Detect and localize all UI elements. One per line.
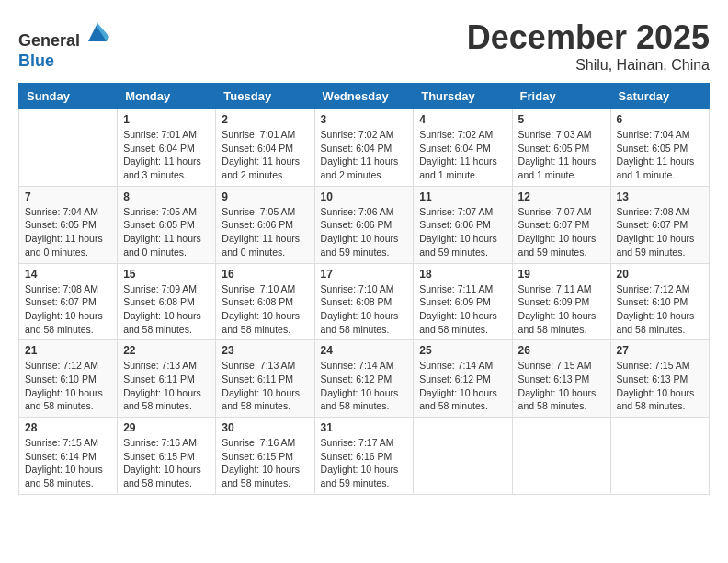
day-number: 2 (222, 113, 308, 126)
day-info: Sunrise: 7:02 AM Sunset: 6:04 PM Dayligh… (419, 128, 506, 182)
calendar-cell: 21Sunrise: 7:12 AM Sunset: 6:10 PM Dayli… (19, 340, 118, 418)
day-info: Sunrise: 7:04 AM Sunset: 6:05 PM Dayligh… (25, 205, 111, 259)
col-header-sunday: Sunday (19, 84, 118, 109)
calendar-cell: 27Sunrise: 7:15 AM Sunset: 6:13 PM Dayli… (610, 340, 709, 418)
day-number: 6 (617, 113, 703, 126)
day-number: 12 (518, 190, 605, 203)
day-info: Sunrise: 7:05 AM Sunset: 6:05 PM Dayligh… (123, 205, 210, 259)
day-number: 18 (419, 268, 506, 281)
day-info: Sunrise: 7:09 AM Sunset: 6:08 PM Dayligh… (123, 282, 210, 337)
calendar-cell: 24Sunrise: 7:14 AM Sunset: 6:12 PM Dayli… (314, 340, 414, 418)
location: Shilu, Hainan, China (467, 57, 710, 74)
day-info: Sunrise: 7:11 AM Sunset: 6:09 PM Dayligh… (419, 282, 506, 337)
day-number: 16 (222, 268, 308, 281)
day-info: Sunrise: 7:11 AM Sunset: 6:09 PM Dayligh… (518, 282, 605, 337)
day-number: 5 (518, 113, 605, 126)
col-header-thursday: Thursday (414, 84, 512, 109)
calendar-cell: 11Sunrise: 7:07 AM Sunset: 6:06 PM Dayli… (414, 186, 512, 263)
calendar-week-1: 1Sunrise: 7:01 AM Sunset: 6:04 PM Daylig… (19, 109, 710, 187)
day-number: 3 (321, 113, 408, 126)
day-number: 8 (123, 190, 210, 203)
day-info: Sunrise: 7:13 AM Sunset: 6:11 PM Dayligh… (222, 359, 308, 413)
calendar-week-5: 28Sunrise: 7:15 AM Sunset: 6:14 PM Dayli… (19, 418, 710, 495)
calendar-cell (414, 418, 512, 495)
calendar-cell: 6Sunrise: 7:04 AM Sunset: 6:05 PM Daylig… (610, 109, 709, 187)
day-number: 20 (617, 268, 703, 281)
day-info: Sunrise: 7:15 AM Sunset: 6:13 PM Dayligh… (617, 359, 703, 413)
logo-general: General (18, 31, 80, 50)
day-info: Sunrise: 7:14 AM Sunset: 6:12 PM Dayligh… (419, 359, 506, 413)
day-number: 21 (25, 344, 111, 357)
calendar-week-3: 14Sunrise: 7:08 AM Sunset: 6:07 PM Dayli… (19, 263, 710, 340)
calendar-cell: 25Sunrise: 7:14 AM Sunset: 6:12 PM Dayli… (414, 340, 512, 418)
day-number: 19 (518, 268, 605, 281)
calendar-cell: 23Sunrise: 7:13 AM Sunset: 6:11 PM Dayli… (216, 340, 314, 418)
calendar-cell: 7Sunrise: 7:04 AM Sunset: 6:05 PM Daylig… (19, 186, 118, 263)
calendar-cell: 30Sunrise: 7:16 AM Sunset: 6:15 PM Dayli… (216, 418, 314, 495)
day-info: Sunrise: 7:17 AM Sunset: 6:16 PM Dayligh… (321, 436, 408, 490)
day-info: Sunrise: 7:12 AM Sunset: 6:10 PM Dayligh… (617, 282, 703, 337)
calendar-cell: 4Sunrise: 7:02 AM Sunset: 6:04 PM Daylig… (414, 109, 512, 187)
logo-icon (84, 18, 111, 46)
day-info: Sunrise: 7:05 AM Sunset: 6:06 PM Dayligh… (222, 205, 308, 259)
calendar-cell: 14Sunrise: 7:08 AM Sunset: 6:07 PM Dayli… (19, 263, 118, 340)
calendar-cell: 5Sunrise: 7:03 AM Sunset: 6:05 PM Daylig… (512, 109, 610, 187)
day-info: Sunrise: 7:16 AM Sunset: 6:15 PM Dayligh… (222, 436, 308, 490)
calendar-cell: 17Sunrise: 7:10 AM Sunset: 6:08 PM Dayli… (314, 263, 414, 340)
day-number: 27 (617, 344, 703, 357)
day-info: Sunrise: 7:10 AM Sunset: 6:08 PM Dayligh… (222, 282, 308, 337)
col-header-friday: Friday (512, 84, 610, 109)
day-number: 14 (25, 268, 111, 281)
calendar-header-row: SundayMondayTuesdayWednesdayThursdayFrid… (19, 84, 710, 109)
calendar-cell: 16Sunrise: 7:10 AM Sunset: 6:08 PM Dayli… (216, 263, 314, 340)
day-number: 9 (222, 190, 308, 203)
day-number: 1 (123, 113, 210, 126)
logo: General Blue (18, 18, 111, 71)
calendar-cell: 22Sunrise: 7:13 AM Sunset: 6:11 PM Dayli… (118, 340, 216, 418)
day-number: 31 (321, 421, 408, 434)
day-info: Sunrise: 7:12 AM Sunset: 6:10 PM Dayligh… (25, 359, 111, 413)
day-number: 7 (25, 190, 111, 203)
day-number: 15 (123, 268, 210, 281)
title-block: December 2025 Shilu, Hainan, China (467, 18, 710, 74)
day-info: Sunrise: 7:03 AM Sunset: 6:05 PM Dayligh… (518, 128, 605, 182)
calendar-table: SundayMondayTuesdayWednesdayThursdayFrid… (18, 83, 710, 495)
calendar-cell: 13Sunrise: 7:08 AM Sunset: 6:07 PM Dayli… (610, 186, 709, 263)
calendar-cell (512, 418, 610, 495)
logo-blue: Blue (18, 52, 54, 70)
day-number: 17 (321, 268, 408, 281)
calendar-cell: 31Sunrise: 7:17 AM Sunset: 6:16 PM Dayli… (314, 418, 414, 495)
day-number: 26 (518, 344, 605, 357)
col-header-monday: Monday (118, 84, 216, 109)
calendar-cell: 19Sunrise: 7:11 AM Sunset: 6:09 PM Dayli… (512, 263, 610, 340)
calendar-cell: 28Sunrise: 7:15 AM Sunset: 6:14 PM Dayli… (19, 418, 118, 495)
day-info: Sunrise: 7:08 AM Sunset: 6:07 PM Dayligh… (25, 282, 111, 337)
day-info: Sunrise: 7:01 AM Sunset: 6:04 PM Dayligh… (222, 128, 308, 182)
calendar-cell (610, 418, 709, 495)
day-number: 25 (419, 344, 506, 357)
day-info: Sunrise: 7:15 AM Sunset: 6:14 PM Dayligh… (25, 436, 111, 490)
calendar-cell: 15Sunrise: 7:09 AM Sunset: 6:08 PM Dayli… (118, 263, 216, 340)
calendar-cell: 10Sunrise: 7:06 AM Sunset: 6:06 PM Dayli… (314, 186, 414, 263)
calendar-cell: 20Sunrise: 7:12 AM Sunset: 6:10 PM Dayli… (610, 263, 709, 340)
day-info: Sunrise: 7:08 AM Sunset: 6:07 PM Dayligh… (617, 205, 703, 259)
calendar-cell: 9Sunrise: 7:05 AM Sunset: 6:06 PM Daylig… (216, 186, 314, 263)
day-number: 4 (419, 113, 506, 126)
col-header-wednesday: Wednesday (314, 84, 414, 109)
day-info: Sunrise: 7:02 AM Sunset: 6:04 PM Dayligh… (321, 128, 408, 182)
day-info: Sunrise: 7:01 AM Sunset: 6:04 PM Dayligh… (123, 128, 210, 182)
day-info: Sunrise: 7:06 AM Sunset: 6:06 PM Dayligh… (321, 205, 408, 259)
day-info: Sunrise: 7:04 AM Sunset: 6:05 PM Dayligh… (617, 128, 703, 182)
calendar-cell (19, 109, 118, 187)
day-number: 10 (321, 190, 408, 203)
calendar-cell: 8Sunrise: 7:05 AM Sunset: 6:05 PM Daylig… (118, 186, 216, 263)
day-info: Sunrise: 7:10 AM Sunset: 6:08 PM Dayligh… (321, 282, 408, 337)
day-info: Sunrise: 7:07 AM Sunset: 6:06 PM Dayligh… (419, 205, 506, 259)
day-number: 11 (419, 190, 506, 203)
day-info: Sunrise: 7:14 AM Sunset: 6:12 PM Dayligh… (321, 359, 408, 413)
page-header: General Blue December 2025 Shilu, Hainan… (18, 18, 710, 74)
day-info: Sunrise: 7:16 AM Sunset: 6:15 PM Dayligh… (123, 436, 210, 490)
day-number: 23 (222, 344, 308, 357)
calendar-cell: 3Sunrise: 7:02 AM Sunset: 6:04 PM Daylig… (314, 109, 414, 187)
calendar-cell: 29Sunrise: 7:16 AM Sunset: 6:15 PM Dayli… (118, 418, 216, 495)
